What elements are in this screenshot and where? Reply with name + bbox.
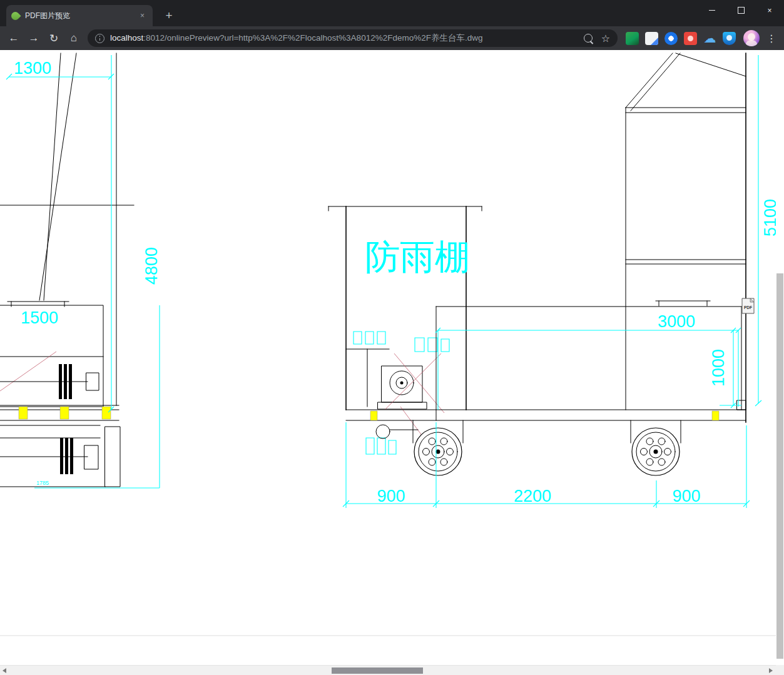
extensions-area: ☁ xyxy=(623,32,739,45)
browser-window: PDF图片预览 × + × ← → ↻ ⌂ localhost:8012/onl… xyxy=(0,0,784,675)
deck-highlight xyxy=(19,407,28,419)
page-info-icon[interactable] xyxy=(95,34,104,43)
window-controls: × xyxy=(698,0,784,21)
deck-highlight xyxy=(60,407,69,419)
dim-900-right: 900 xyxy=(672,487,700,505)
dim-3000: 3000 xyxy=(658,312,695,331)
dim-1000: 1000 xyxy=(709,349,728,387)
maximize-button[interactable] xyxy=(726,0,755,21)
vertical-scrollbar-thumb[interactable] xyxy=(776,273,783,659)
minimize-button[interactable] xyxy=(698,0,726,21)
dim-1785: 1785 xyxy=(36,480,49,486)
tab-close-icon[interactable]: × xyxy=(137,11,148,21)
url-text: localhost:8012/onlinePreview?url=http%3A… xyxy=(110,33,584,44)
close-button[interactable]: × xyxy=(755,0,784,21)
tab-strip: PDF图片预览 × + × xyxy=(0,0,784,26)
browser-toolbar: ← → ↻ ⌂ localhost:8012/onlinePreview?url… xyxy=(0,26,784,50)
dim-1300: 1300 xyxy=(14,59,51,78)
new-tab-button[interactable]: + xyxy=(161,9,176,24)
vertical-scrollbar[interactable] xyxy=(776,50,784,665)
dim-1500: 1500 xyxy=(21,308,58,327)
url-path: :8012/onlinePreview?url=http%3A%2F%2Floc… xyxy=(143,33,482,43)
address-bar[interactable]: localhost:8012/onlinePreview?url=http%3A… xyxy=(88,29,618,47)
extension-icon-cloud[interactable]: ☁ xyxy=(703,32,716,45)
extension-icon-1[interactable] xyxy=(626,32,639,45)
home-button[interactable]: ⌂ xyxy=(65,29,83,47)
right-dimensions: 5100 3000 1000 xyxy=(435,55,776,410)
extension-icon-shield[interactable] xyxy=(723,32,736,45)
tab-title: PDF图片预览 xyxy=(25,11,137,21)
left-view-dimensions: 1300 4800 1500 1785 xyxy=(6,55,161,488)
minimize-icon xyxy=(709,10,715,11)
wheel-left xyxy=(413,420,463,475)
zoom-icon[interactable] xyxy=(584,34,593,43)
scroll-right-arrow-icon[interactable] xyxy=(769,668,773,673)
dim-4800: 4800 xyxy=(142,247,161,285)
cad-drawing: 1300 4800 1500 1785 防雨棚 xyxy=(0,50,776,665)
platform xyxy=(436,301,741,420)
pdf-ole-icon: PDF xyxy=(742,298,754,313)
scrollbar-corner xyxy=(776,665,784,675)
dim-5100: 5100 xyxy=(761,199,776,236)
pdf-badge-text: PDF xyxy=(744,305,752,310)
page-content: 1300 4800 1500 1785 防雨棚 xyxy=(0,50,776,665)
dim-900-left: 900 xyxy=(377,487,405,505)
bookmark-star-icon[interactable]: ☆ xyxy=(601,33,610,44)
extension-icon-translate[interactable] xyxy=(645,32,658,45)
reload-button[interactable]: ↻ xyxy=(45,29,63,47)
forward-button[interactable]: → xyxy=(25,29,43,47)
maximize-icon xyxy=(738,7,745,14)
shed-label: 防雨棚 xyxy=(365,237,470,277)
deck-highlight xyxy=(102,407,111,419)
back-button[interactable]: ← xyxy=(5,29,23,47)
left-cart-view xyxy=(0,53,134,487)
bottom-dimension-chain: 900 2200 900 xyxy=(343,422,750,508)
right-frame xyxy=(626,53,746,422)
profile-avatar[interactable] xyxy=(743,30,760,46)
tab-pdf-preview[interactable]: PDF图片预览 × xyxy=(6,5,153,26)
wheel-right xyxy=(631,420,681,475)
extension-icon-red[interactable] xyxy=(684,32,697,45)
dim-2200: 2200 xyxy=(514,487,551,505)
extension-icon-blue-circle[interactable] xyxy=(664,32,678,45)
scroll-left-arrow-icon[interactable] xyxy=(3,668,6,673)
motor-unit xyxy=(378,366,427,409)
browser-menu-icon[interactable]: ⋮ xyxy=(764,33,779,44)
spring-leaf-favicon xyxy=(9,10,21,21)
horizontal-scrollbar[interactable] xyxy=(0,665,784,675)
url-host: localhost xyxy=(110,33,143,43)
horizontal-scrollbar-thumb[interactable] xyxy=(332,667,423,674)
